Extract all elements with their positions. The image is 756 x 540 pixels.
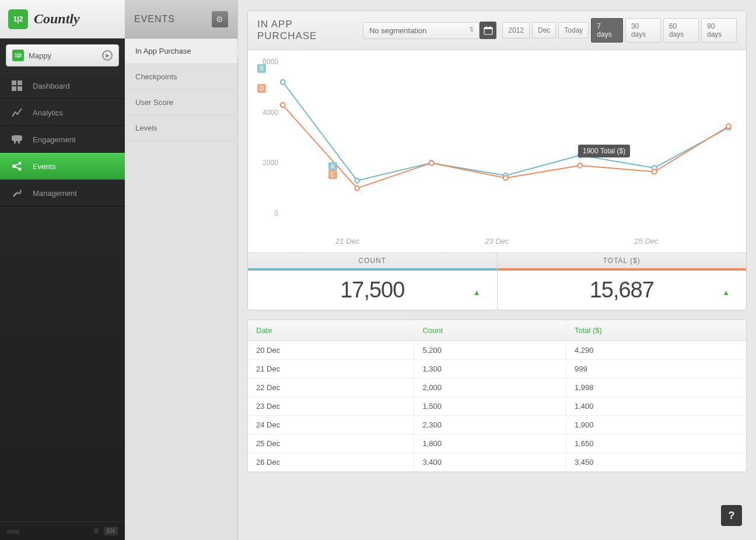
table-row[interactable]: 20 Dec5,2004,290 (248, 341, 746, 360)
calendar-icon[interactable] (480, 22, 496, 39)
stats-row: COUNT 17,500 ▲ TOTAL ($) 15,687 ▲ (248, 253, 746, 310)
table-row[interactable]: 24 Dec2,3001,900 (248, 416, 746, 434)
stat-total[interactable]: TOTAL ($) 15,687 ▲ (498, 253, 747, 310)
svg-point-25 (503, 176, 508, 180)
svg-point-15 (281, 80, 285, 85)
svg-point-24 (429, 160, 434, 165)
event-item-levels[interactable]: Levels (125, 115, 237, 141)
app-selector[interactable]: 1|2 Mappy ▶ (6, 44, 119, 66)
svg-point-16 (355, 178, 359, 183)
data-table-panel: Date Count Total ($) 20 Dec5,2004,29021 … (247, 320, 747, 472)
line-chart: 0200040006000 (260, 56, 734, 219)
events-title: EVENTS (134, 14, 175, 24)
svg-point-4 (12, 164, 16, 168)
stat-total-label: TOTAL ($) (498, 253, 747, 268)
nav-label: Engagement (33, 135, 76, 144)
nav-item-engagement[interactable]: Engagement (0, 126, 125, 153)
date-part-month[interactable]: Dec (532, 22, 556, 38)
svg-point-28 (726, 124, 731, 129)
data-table: Date Count Total ($) 20 Dec5,2004,29021 … (248, 320, 746, 472)
svg-text:2000: 2000 (262, 159, 278, 167)
brand-name: Countly (34, 11, 80, 27)
trend-up-icon: ▲ (473, 288, 481, 297)
events-settings-button[interactable]: ⚙ (212, 11, 228, 27)
gear-icon[interactable]: ⚙ (93, 527, 99, 535)
event-item-user-score[interactable]: User Score (125, 90, 237, 115)
nav-item-events[interactable]: Events (0, 153, 125, 180)
events-icon (10, 161, 23, 171)
events-sidebar: EVENTS ⚙ In App Purchase Checkpoints Use… (125, 0, 238, 540)
chart-flag-b: B (257, 64, 266, 73)
range-60-days[interactable]: 60 days (663, 18, 699, 43)
event-item-checkpoints[interactable]: Checkpoints (125, 64, 237, 90)
table-row[interactable]: 25 Dec1,8001,650 (248, 434, 746, 453)
svg-text:0: 0 (274, 209, 278, 218)
table-row[interactable]: 23 Dec1,5001,400 (248, 397, 746, 416)
svg-rect-10 (489, 26, 491, 28)
primary-sidebar: 1|2 Countly 1|2 Mappy ▶ Dashboard Analyt… (0, 0, 125, 540)
nav-item-analytics[interactable]: Analytics (0, 99, 125, 126)
stat-total-value: 15,687 (498, 271, 747, 310)
table-row[interactable]: 22 Dec2,0001,998 (248, 378, 746, 397)
chart-x-labels: 21 Dec 23 Dec 25 Dec (248, 237, 746, 253)
svg-text:4000: 4000 (262, 108, 278, 117)
svg-rect-9 (486, 26, 487, 28)
engagement-icon (10, 134, 23, 145)
svg-rect-2 (12, 86, 16, 91)
event-item-in-app-purchase[interactable]: In App Purchase (125, 38, 237, 64)
date-controls: 2012 Dec Today 7 days 30 days 60 days 90… (480, 18, 737, 43)
current-user[interactable]: onur (7, 528, 20, 535)
language-toggle[interactable]: EN (104, 527, 118, 535)
col-date[interactable]: Date (248, 320, 414, 341)
svg-point-23 (355, 186, 359, 191)
brand-icon: 1|2 (8, 9, 28, 29)
chart-area: B D A C 0200040006000 1900 Total ($) (248, 50, 746, 237)
svg-point-27 (652, 170, 657, 174)
stat-count[interactable]: COUNT 17,500 ▲ (248, 253, 498, 310)
chart-panel: IN APP PURCHASE No segmentation 2012 Dec… (247, 10, 747, 310)
main-nav: Dashboard Analytics Engagement Events Ma… (0, 72, 125, 206)
trend-up-icon: ▲ (722, 288, 730, 297)
logo-bar: 1|2 Countly (0, 0, 125, 38)
col-total[interactable]: Total ($) (566, 320, 746, 341)
svg-rect-0 (12, 80, 16, 85)
help-button[interactable]: ? (721, 505, 742, 526)
date-part-today[interactable]: Today (558, 22, 589, 38)
analytics-icon (10, 107, 23, 118)
range-90-days[interactable]: 90 days (701, 18, 737, 43)
page-title: IN APP PURCHASE (257, 19, 355, 42)
app-name: Mappy (29, 51, 51, 60)
date-part-year[interactable]: 2012 (502, 22, 530, 38)
nav-item-management[interactable]: Management (0, 180, 125, 206)
svg-point-22 (281, 103, 285, 107)
main-content: IN APP PURCHASE No segmentation 2012 Dec… (238, 0, 756, 540)
svg-rect-1 (18, 80, 22, 85)
range-30-days[interactable]: 30 days (625, 18, 661, 43)
chart-flag-a: A (328, 162, 337, 171)
dashboard-icon (10, 80, 23, 91)
table-row[interactable]: 21 Dec1,300999 (248, 360, 746, 378)
chart-flag-c: C (328, 170, 337, 179)
svg-point-26 (578, 163, 582, 168)
segmentation-select[interactable]: No segmentation (363, 22, 480, 39)
chart-panel-header: IN APP PURCHASE No segmentation 2012 Dec… (248, 11, 746, 50)
management-icon (10, 188, 23, 198)
svg-rect-3 (18, 86, 22, 91)
nav-label: Dashboard (33, 82, 70, 90)
events-list: In App Purchase Checkpoints User Score L… (125, 38, 237, 141)
col-count[interactable]: Count (414, 320, 566, 341)
nav-item-dashboard[interactable]: Dashboard (0, 72, 125, 99)
svg-rect-8 (484, 27, 492, 29)
table-row[interactable]: 26 Dec3,4003,450 (248, 453, 746, 472)
sidebar-footer: onur ⚙ EN (0, 521, 125, 540)
svg-point-6 (19, 168, 22, 171)
nav-label: Analytics (33, 108, 63, 117)
nav-label: Events (33, 162, 56, 171)
events-header: EVENTS ⚙ (125, 0, 237, 38)
nav-label: Management (33, 189, 77, 198)
app-icon: 1|2 (12, 50, 24, 61)
range-7-days[interactable]: 7 days (591, 18, 623, 43)
svg-point-5 (19, 162, 22, 165)
chart-tooltip: 1900 Total ($) (578, 145, 630, 157)
play-icon: ▶ (102, 50, 113, 61)
